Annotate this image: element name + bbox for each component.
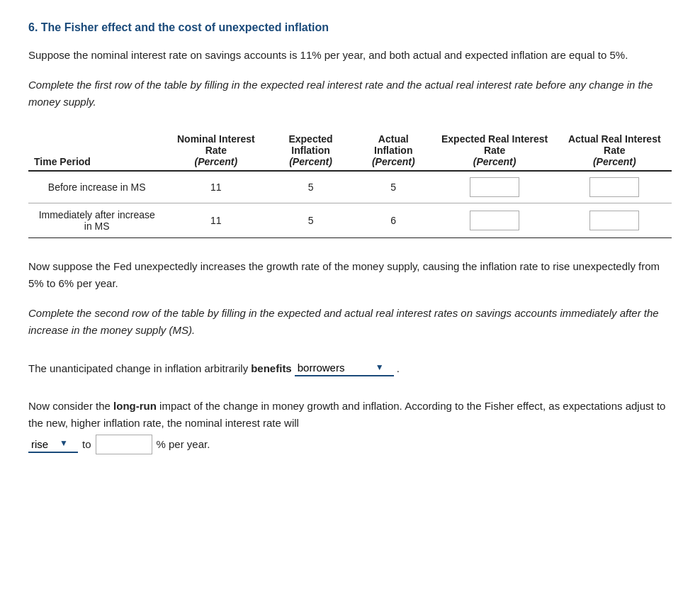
unanticipated-prefix: The unanticipated change in inflation ar… (28, 359, 248, 378)
percent-per-year-text: % per year. (157, 436, 210, 453)
nominal-rate-cell-2: 11 (165, 203, 266, 238)
expected-real-input-cell-2[interactable] (432, 203, 558, 238)
instruction2: Complete the second row of the table by … (28, 305, 672, 339)
to-text: to (82, 436, 91, 453)
rise-fall-dropdown-container[interactable]: rise fall stay the same ▼ (28, 437, 78, 453)
col-header-time: Time Period (28, 130, 165, 171)
percent-input[interactable] (96, 435, 152, 454)
long-run-text1: Now consider the (28, 400, 111, 412)
data-table: Time Period Nominal Interest Rate (Perce… (28, 130, 672, 238)
col-header-expected-inflation: Expected Inflation (Percent) (266, 130, 355, 171)
benefits-dropdown[interactable]: borrowers lenders neither (295, 360, 387, 375)
unanticipated-row: The unanticipated change in inflation ar… (28, 359, 672, 378)
expected-real-input-2[interactable] (470, 211, 519, 230)
time-period-cell-1: Before increase in MS (28, 171, 165, 203)
long-run-bottom: rise fall stay the same ▼ to % per year. (28, 435, 672, 454)
col-header-actual-inflation: Actual Inflation (Percent) (355, 130, 432, 171)
col-header-actual-real: Actual Real Interest Rate (Percent) (558, 130, 672, 171)
intro-text: Suppose the nominal interest rate on sav… (28, 47, 672, 64)
unanticipated-bold: benefits (251, 359, 292, 378)
long-run-section: Now consider the long-run impact of the … (28, 398, 672, 454)
rise-fall-dropdown[interactable]: rise fall stay the same (28, 437, 71, 452)
table-row: Before increase in MS 11 5 5 (28, 171, 672, 203)
expected-inflation-cell-2: 5 (266, 203, 355, 238)
actual-inflation-cell-1: 5 (355, 171, 432, 203)
actual-real-input-2[interactable] (589, 211, 639, 230)
actual-real-input-1[interactable] (589, 177, 639, 197)
actual-inflation-cell-2: 6 (355, 203, 432, 238)
table-row: Immediately after increase in MS 11 5 6 (28, 203, 672, 238)
benefits-dropdown-container[interactable]: borrowers lenders neither ▼ (295, 360, 394, 377)
unanticipated-suffix: . (397, 359, 400, 378)
expected-real-input-1[interactable] (470, 177, 519, 197)
actual-real-input-cell-2[interactable] (558, 203, 672, 238)
expected-real-input-cell-1[interactable] (432, 171, 558, 203)
actual-real-input-cell-1[interactable] (558, 171, 672, 203)
now-suppose-text: Now suppose the Fed unexpectedly increas… (28, 258, 672, 292)
nominal-rate-cell-1: 11 (165, 171, 266, 203)
long-run-bold: long-run (113, 400, 157, 412)
col-header-nominal: Nominal Interest Rate (Percent) (165, 130, 266, 171)
instruction1: Complete the first row of the table by f… (28, 77, 672, 111)
section-title: 6. The Fisher effect and the cost of une… (28, 21, 672, 34)
time-period-cell-2: Immediately after increase in MS (28, 203, 165, 238)
expected-inflation-cell-1: 5 (266, 171, 355, 203)
col-header-expected-real: Expected Real Interest Rate (Percent) (432, 130, 558, 171)
